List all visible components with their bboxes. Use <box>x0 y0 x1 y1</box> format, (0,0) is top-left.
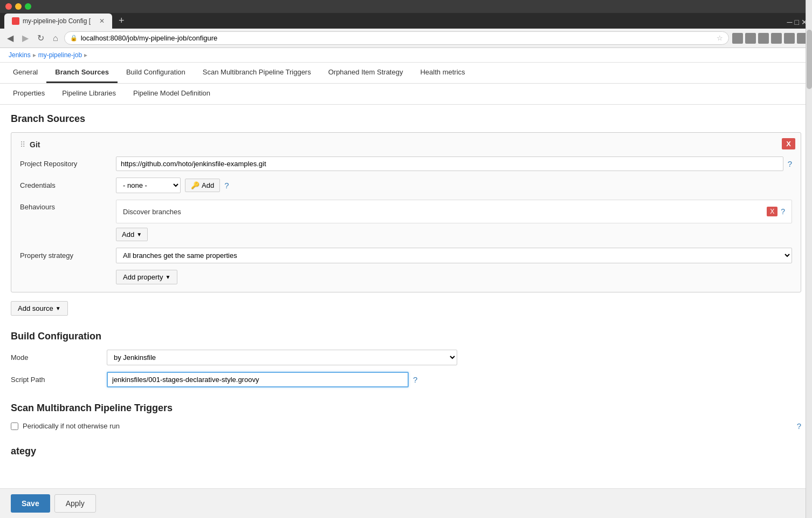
add-source-dropdown-icon: ▼ <box>56 305 61 311</box>
tab-health-metrics[interactable]: Health metrics <box>411 63 473 83</box>
periodically-row: Periodically if not otherwise run ? <box>11 421 801 431</box>
build-configuration-section: Build Configuration Mode by Jenkinsfile … <box>11 331 801 387</box>
add-source-button[interactable]: Add source ▼ <box>11 301 68 316</box>
script-path-help-icon[interactable]: ? <box>413 375 417 384</box>
scan-multibranch-section: Scan Multibranch Pipeline Triggers Perio… <box>11 403 801 431</box>
branch-sources-section: Branch Sources ⠿ Git X Project Repositor… <box>11 113 801 316</box>
forward-button[interactable]: ▶ <box>19 32 31 44</box>
add-property-label: Add property <box>123 273 163 281</box>
tab-properties[interactable]: Properties <box>4 84 53 104</box>
property-strategy-select[interactable]: All branches get the same properties <box>116 248 792 263</box>
browser-ext-icons <box>732 33 808 44</box>
discover-branches-help-icon[interactable]: ? <box>781 207 785 216</box>
mode-label: Mode <box>11 353 102 362</box>
tab-general[interactable]: General <box>4 63 46 83</box>
tab-scan-multibranch[interactable]: Scan Multibranch Pipeline Triggers <box>194 63 320 83</box>
key-icon: 🔑 <box>191 181 199 189</box>
breadcrumb-pipeline-job[interactable]: my-pipeline-job <box>38 51 82 59</box>
browser-chrome <box>0 0 812 13</box>
url-input[interactable] <box>81 34 713 42</box>
git-card: ⠿ Git X Project Repository ? Credentials… <box>11 132 801 292</box>
remove-discover-branches-button[interactable]: X <box>767 207 777 216</box>
git-card-header: ⠿ Git <box>20 140 792 149</box>
reload-button[interactable]: ↻ <box>35 32 47 44</box>
add-property-button[interactable]: Add property ▼ <box>116 270 177 284</box>
save-button[interactable]: Save <box>11 494 50 509</box>
mode-select[interactable]: by Jenkinsfile <box>107 350 457 365</box>
script-path-input[interactable] <box>107 372 409 387</box>
action-buttons: Save Apply <box>0 488 812 509</box>
discover-branches-item: Discover branches X ? <box>123 206 785 217</box>
behaviours-label: Behaviours <box>20 200 112 211</box>
periodically-help-icon[interactable]: ? <box>797 421 801 431</box>
window-controls[interactable]: ─ □ ✕ <box>787 18 808 29</box>
back-button[interactable]: ◀ <box>4 32 16 44</box>
add-source-area: Add source ▼ <box>11 301 801 316</box>
remove-git-button[interactable]: X <box>782 138 795 149</box>
drag-handle-icon[interactable]: ⠿ <box>20 140 25 149</box>
breadcrumb: Jenkins ▸ my-pipeline-job ▸ <box>0 48 812 63</box>
apply-button[interactable]: Apply <box>54 494 96 509</box>
browser-window-controls[interactable] <box>5 3 31 10</box>
periodically-label: Periodically if not otherwise run <box>23 422 120 430</box>
project-repository-help-icon[interactable]: ? <box>788 159 792 168</box>
breadcrumb-sep-1: ▸ <box>33 51 36 59</box>
credentials-select[interactable]: - none - <box>116 178 181 193</box>
minimize-button[interactable]: ─ <box>787 18 793 26</box>
build-configuration-title: Build Configuration <box>11 331 801 342</box>
script-path-label: Script Path <box>11 376 102 384</box>
script-path-row: Script Path ? <box>11 372 801 387</box>
scan-multibranch-title: Scan Multibranch Pipeline Triggers <box>11 403 801 414</box>
orphaned-item-section-partial: ategy <box>11 446 801 457</box>
maximize-button[interactable]: □ <box>795 18 799 26</box>
add-source-label: Add source <box>18 304 53 312</box>
property-strategy-row: Property strategy All branches get the s… <box>20 248 792 263</box>
add-behaviour-dropdown-icon: ▼ <box>136 231 142 237</box>
scrollbar-thumb[interactable] <box>807 30 812 89</box>
add-cred-label: Add <box>202 181 214 189</box>
add-property-row: Add property ▼ <box>116 270 792 284</box>
add-property-dropdown-icon: ▼ <box>165 274 170 280</box>
behaviours-area: Discover branches X ? Add ▼ <box>116 200 792 241</box>
tab-orphaned-item-strategy[interactable]: Orphaned Item Strategy <box>320 63 412 83</box>
tab-build-configuration[interactable]: Build Configuration <box>118 63 194 83</box>
tab-pipeline-libraries[interactable]: Pipeline Libraries <box>53 84 125 104</box>
tab-bar: my-pipeline-job Config [ ✕ + ─ □ ✕ <box>0 13 812 29</box>
project-repository-row: Project Repository ? <box>20 156 792 171</box>
property-strategy-label: Property strategy <box>20 251 112 260</box>
scrollbar[interactable] <box>806 0 812 509</box>
project-repository-input[interactable] <box>116 156 783 171</box>
behaviours-row: Behaviours Discover branches X ? <box>20 200 792 241</box>
main-content: General Branch Sources Build Configurati… <box>0 63 812 509</box>
credentials-label: Credentials <box>20 181 112 189</box>
tab-favicon <box>12 17 19 25</box>
periodically-checkbox[interactable] <box>11 422 18 430</box>
lock-icon: 🔒 <box>70 35 78 42</box>
tab-pipeline-model-definition[interactable]: Pipeline Model Definition <box>125 84 219 104</box>
branch-sources-title: Branch Sources <box>11 113 801 125</box>
add-behaviour-button[interactable]: Add ▼ <box>116 228 148 241</box>
bookmark-icon[interactable]: ☆ <box>717 34 723 42</box>
behaviours-box: Discover branches X ? <box>116 200 792 223</box>
address-bar[interactable]: 🔒 ☆ <box>64 31 729 45</box>
breadcrumb-sep-2: ▸ <box>84 51 87 59</box>
config-tabs: General Branch Sources Build Configurati… <box>0 63 812 84</box>
project-repository-label: Project Repository <box>20 160 112 168</box>
credentials-row: Credentials - none - 🔑 Add ? <box>20 178 792 193</box>
tab-close-icon[interactable]: ✕ <box>99 17 105 25</box>
new-tab-button[interactable]: + <box>114 13 129 29</box>
config-body: Branch Sources ⠿ Git X Project Repositor… <box>0 105 812 466</box>
active-browser-tab[interactable]: my-pipeline-job Config [ ✕ <box>4 13 112 29</box>
home-button[interactable]: ⌂ <box>50 32 61 44</box>
add-behaviour-label: Add <box>122 230 134 238</box>
discover-branches-label: Discover branches <box>123 208 181 216</box>
orphaned-item-partial-title: ategy <box>11 446 801 457</box>
git-card-title: Git <box>30 140 40 149</box>
browser-toolbar: ◀ ▶ ↻ ⌂ 🔒 ☆ <box>0 29 812 48</box>
config-tabs-row2: Properties Pipeline Libraries Pipeline M… <box>0 84 812 105</box>
tab-branch-sources[interactable]: Branch Sources <box>46 63 118 83</box>
breadcrumb-jenkins[interactable]: Jenkins <box>9 51 31 59</box>
add-credentials-button[interactable]: 🔑 Add <box>185 179 220 192</box>
mode-row: Mode by Jenkinsfile <box>11 350 801 365</box>
credentials-help-icon[interactable]: ? <box>224 181 229 190</box>
